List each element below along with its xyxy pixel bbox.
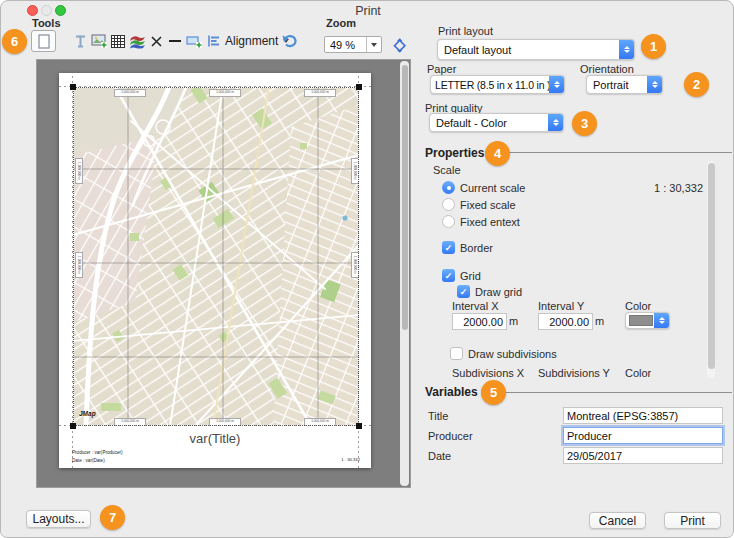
frame-handle[interactable]	[356, 84, 362, 90]
paper-select[interactable]: LETTER (8.5 in x 11.0 in )	[430, 75, 565, 94]
orientation-label: Orientation	[580, 63, 634, 75]
subdivisions-color-label: Color	[625, 367, 651, 377]
grid-color-select[interactable]	[625, 312, 670, 329]
jmap-logo: JMap	[79, 410, 96, 417]
interval-y-input[interactable]	[538, 313, 593, 330]
zoom-combobox[interactable]: 49 %	[324, 36, 382, 53]
annotation-badge-6: 6	[2, 29, 27, 54]
grid-coordinate-label: 1,000,000 m	[351, 158, 359, 184]
variable-title-input[interactable]	[563, 407, 723, 424]
print-preview-panel: 1,000,000 m 1,000,000 m 1,000,000 m 1,00…	[36, 59, 411, 488]
interval-y-unit: m	[595, 315, 604, 327]
map-layers-tool-button[interactable]	[128, 31, 146, 51]
zoom-label: Zoom	[326, 17, 356, 29]
grid-coordinate-label: 1,000,000 m	[75, 158, 83, 184]
select-rectangle-icon	[38, 34, 50, 49]
print-layout-value: Default layout	[438, 44, 619, 56]
refresh-button[interactable]	[390, 36, 408, 54]
select-tool-button[interactable]	[31, 30, 56, 52]
scale-label: Scale	[433, 164, 461, 176]
fixed-extent-label: Fixed entext	[460, 216, 520, 228]
orientation-select[interactable]: Portrait	[586, 75, 663, 94]
map-frame[interactable]: 1,000,000 m 1,000,000 m 1,000,000 m 1,00…	[73, 87, 359, 426]
variable-date-input[interactable]	[563, 447, 723, 464]
tools-label: Tools	[32, 17, 61, 29]
print-quality-select[interactable]: Default - Color	[429, 113, 564, 132]
border-checkbox[interactable]: ✓	[442, 241, 455, 254]
grid-coordinate-label: 1,000,000 m	[209, 418, 241, 426]
cancel-button[interactable]: Cancel	[589, 512, 646, 529]
grid-checkbox[interactable]: ✓	[442, 269, 455, 282]
check-icon: ✓	[460, 287, 468, 297]
fixed-scale-label: Fixed scale	[460, 199, 516, 211]
fixed-extent-radio[interactable]	[442, 215, 455, 228]
alignment-icon	[207, 34, 221, 48]
annotation-badge-2: 2	[684, 72, 709, 97]
grid-color-swatch-wrap	[626, 315, 654, 326]
alignment-button[interactable]: Alignment	[207, 32, 289, 50]
titlebar: Print	[1, 1, 734, 21]
frame-handle[interactable]	[70, 423, 76, 429]
preview-scrollbar-thumb[interactable]	[402, 65, 408, 330]
check-icon: ✓	[445, 243, 453, 253]
variable-title-label: Title	[428, 410, 448, 422]
undo-button[interactable]	[279, 31, 299, 51]
subdivisions-row-clipped: Subdivisions X Subdivisions Y Color	[425, 367, 725, 377]
current-scale-radio[interactable]	[442, 181, 455, 194]
variables-divider	[483, 392, 732, 393]
refresh-icon	[392, 38, 407, 53]
draw-grid-checkbox[interactable]: ✓	[457, 285, 470, 298]
interval-x-unit: m	[509, 315, 518, 327]
draw-subdivisions-checkbox[interactable]	[450, 347, 463, 360]
annotation-badge-3: 3	[572, 111, 597, 136]
annotation-badge-7: 7	[100, 505, 125, 530]
map-layers-icon	[129, 33, 146, 49]
properties-scrollbar-thumb[interactable]	[708, 163, 715, 369]
variable-producer-label: Producer	[428, 430, 473, 442]
subdivisions-y-label: Subdivisions Y	[538, 367, 610, 377]
scalebar-icon	[186, 33, 203, 49]
grid-coordinate-label: 1,000,000 m	[351, 252, 359, 278]
grid-coordinate-label: 1,000,000 m	[209, 89, 241, 97]
check-icon: ✓	[445, 271, 453, 281]
fixed-scale-radio[interactable]	[442, 198, 455, 211]
paper-label: Paper	[427, 63, 456, 75]
grid-coordinate-label: 1,000,000 m	[304, 418, 336, 426]
image-tool-button[interactable]	[90, 31, 108, 51]
print-button[interactable]: Print	[664, 512, 721, 529]
annotation-badge-4: 4	[485, 141, 510, 166]
text-tool-button[interactable]	[71, 31, 89, 51]
preview-scrollbar[interactable]	[400, 61, 409, 486]
properties-divider	[489, 152, 732, 153]
line-icon	[168, 38, 182, 44]
alignment-label: Alignment	[225, 34, 278, 48]
print-layout-select[interactable]: Default layout	[437, 39, 635, 60]
frame-handle[interactable]	[356, 423, 362, 429]
page-footer-right: 1 : 30,332	[341, 457, 360, 462]
grid-color-label: Color	[625, 300, 651, 312]
grid-tool-icon	[111, 35, 125, 48]
scalebar-tool-button[interactable]	[185, 31, 203, 51]
frame-handle[interactable]	[70, 84, 76, 90]
grid-coordinate-label: 1,000,000 m	[304, 89, 336, 97]
page-title-placeholder: var(Title)	[59, 431, 371, 446]
grid-tool-button[interactable]	[109, 31, 127, 51]
select-stepper-icon	[647, 76, 662, 93]
current-scale-label: Current scale	[460, 182, 525, 194]
variable-producer-input[interactable]	[563, 427, 723, 444]
interval-x-input[interactable]	[452, 313, 507, 330]
text-tool-icon	[73, 34, 88, 49]
zoom-dropdown-arrow[interactable]	[366, 37, 381, 52]
zoom-value: 49 %	[325, 39, 366, 51]
properties-scrollbar[interactable]	[707, 161, 715, 378]
x-icon	[150, 35, 163, 48]
variables-header: Variables	[425, 385, 478, 399]
line-tool-button[interactable]	[166, 31, 184, 51]
layouts-button[interactable]: Layouts...	[26, 510, 91, 528]
orientation-value: Portrait	[587, 79, 647, 91]
annotation-badge-1: 1	[641, 34, 666, 59]
page-producer-line: Producer : var(Producer)	[72, 450, 123, 455]
page-preview[interactable]: 1,000,000 m 1,000,000 m 1,000,000 m 1,00…	[59, 73, 371, 468]
grid-coordinate-label: 1,000,000 m	[114, 418, 146, 426]
delete-tool-button[interactable]	[147, 31, 165, 51]
